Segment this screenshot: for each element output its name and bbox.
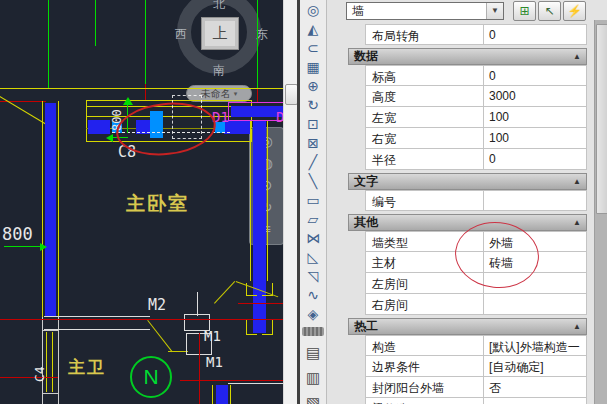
property-label: 右房间	[366, 294, 484, 314]
collapse-arrow-icon[interactable]: ▲	[573, 52, 581, 61]
modify-toolbar: ◎◭⊂▦⊕↻⊡⊠╱╲▭▱⋈◺◹∿◈ ▤▥▧	[300, 0, 327, 404]
property-label: 编号	[366, 191, 484, 210]
chevron-down-icon[interactable]: ▼	[486, 3, 503, 19]
property-value[interactable]	[484, 294, 586, 314]
lengthen-icon[interactable]: ╲	[300, 172, 326, 190]
property-label: 封闭阳台外墙	[366, 377, 484, 397]
axis-line-red	[180, 380, 283, 381]
property-value[interactable]: 3000	[484, 86, 586, 106]
property-label: 标高	[366, 66, 484, 85]
wall-edge-line-yellow	[267, 121, 268, 281]
property-row: 高度3000	[365, 86, 587, 107]
draworder-bring-above-icon[interactable]: ▧	[300, 390, 326, 404]
select-objects-button[interactable]: ↖	[538, 1, 561, 21]
collapse-arrow-icon[interactable]: ▲	[573, 322, 581, 331]
wall-edge-line-white	[44, 316, 150, 317]
arrow-left-icon	[106, 134, 113, 142]
property-row: 封闭阳台外墙否	[365, 377, 587, 398]
modify-toolbar-icons: ◎◭⊂▦⊕↻⊡⊠╱╲▭▱⋈◺◹∿◈	[300, 1, 326, 323]
array-icon[interactable]: ▦	[300, 58, 326, 76]
property-label: 边界条件	[366, 356, 484, 376]
wall-segment-selected[interactable]	[216, 385, 228, 404]
section-header[interactable]: 数据▲	[348, 48, 587, 65]
wall-edge-line-yellow	[58, 101, 59, 317]
compass-north-label[interactable]: 北	[213, 0, 225, 13]
collapse-arrow-icon[interactable]: ▲	[573, 218, 581, 227]
property-value[interactable]	[484, 191, 586, 210]
axis-line-red	[238, 303, 283, 304]
panel-scrollbar[interactable]	[594, 20, 607, 404]
arrow-right-icon	[40, 243, 47, 251]
property-value[interactable]: 0	[484, 66, 586, 85]
section-header[interactable]: 热工▲	[348, 318, 587, 335]
window-line-yellow	[52, 332, 53, 392]
mirror-icon[interactable]: ◭	[300, 20, 326, 38]
collapse-arrow-icon[interactable]: ▲	[573, 177, 581, 186]
wall-segment-selected[interactable]	[253, 121, 266, 333]
property-value[interactable]: 100	[484, 107, 586, 127]
drawing-canvas[interactable]: 上 北 西 东 南 未命名▾ ◎◍⊙↻≡	[0, 0, 283, 404]
rotate-icon[interactable]: ↻	[300, 96, 326, 114]
door-axis-line	[197, 292, 198, 316]
compass-south-label[interactable]: 南	[213, 62, 225, 79]
stretch-icon[interactable]: ⊠	[300, 134, 326, 152]
room-label-master-bedroom: 主卧室	[126, 191, 189, 217]
break-icon[interactable]: ▱	[300, 210, 326, 228]
property-row: 编号	[365, 190, 587, 211]
axis-line-green	[145, 0, 146, 84]
property-value[interactable]	[484, 398, 586, 404]
section-header[interactable]: 其他▲	[348, 214, 587, 231]
window-jamb	[246, 320, 257, 335]
door-leaf-line	[168, 351, 188, 352]
wall-edge-line-yellow	[230, 385, 231, 404]
blend-curves-icon[interactable]: ∿	[300, 286, 326, 304]
chamfer-icon[interactable]: ◺	[300, 248, 326, 266]
toolbar-grip-handle[interactable]	[302, 327, 324, 336]
canvas-scrollbar[interactable]	[283, 0, 297, 404]
copy-icon[interactable]: ◎	[300, 1, 326, 19]
axis-line-red	[199, 333, 200, 404]
property-row: 梁构造	[365, 398, 587, 404]
property-row: 标高0	[365, 65, 587, 86]
property-row: 右房间	[365, 294, 587, 315]
property-row: 左宽100	[365, 107, 587, 128]
fillet-icon[interactable]: ◹	[300, 267, 326, 285]
pickadd-toggle-button[interactable]: ⊞	[513, 1, 536, 21]
wall-edge-line-yellow	[0, 88, 283, 89]
property-label: 梁构造	[366, 398, 484, 404]
arrow-up-icon	[123, 97, 133, 105]
property-value[interactable]: 100	[484, 128, 586, 148]
wall-segment-selected[interactable]	[45, 103, 56, 317]
scale-icon[interactable]: ⊡	[300, 115, 326, 133]
wall-edge-line-yellow	[212, 385, 213, 404]
object-type-combo[interactable]: 墙 ▼	[346, 2, 504, 20]
property-value[interactable]: 0	[484, 149, 586, 169]
explode-icon[interactable]: ◈	[300, 305, 326, 323]
draworder-bring-to-front-icon[interactable]: ▤	[300, 340, 326, 365]
axis-line-green	[48, 0, 49, 88]
scrollbar-thumb[interactable]	[596, 24, 607, 214]
property-value[interactable]: 否	[484, 377, 586, 397]
property-value[interactable]: 0	[484, 25, 586, 44]
property-value[interactable]: [默认]外墙构造一	[484, 336, 586, 355]
move-icon[interactable]: ⊕	[300, 77, 326, 95]
property-row: 右宽100	[365, 128, 587, 149]
section-label: 其他	[354, 214, 378, 231]
offset-icon[interactable]: ⊂	[300, 39, 326, 57]
wall-segment-selected[interactable]	[88, 120, 110, 134]
draworder-send-to-back-icon[interactable]: ▥	[300, 365, 326, 390]
chevron-down-icon: ▾	[234, 90, 238, 98]
viewcube-face-label: 上	[213, 24, 228, 43]
section-label: 文字	[354, 173, 378, 190]
quick-select-button[interactable]: ⚡	[563, 1, 586, 21]
join-icon[interactable]: ⋈	[300, 229, 326, 247]
section-header[interactable]: 文字▲	[348, 173, 587, 190]
axis-line-green	[257, 0, 258, 88]
window-sill-line	[42, 330, 59, 331]
compass-west-label[interactable]: 西	[175, 26, 187, 43]
viewcube-cube[interactable]: 上	[201, 17, 239, 50]
window-jamb	[262, 320, 273, 335]
break-at-point-icon[interactable]: ▭	[300, 191, 326, 209]
property-value[interactable]: [自动确定]	[484, 356, 586, 376]
trim-icon[interactable]: ╱	[300, 153, 326, 171]
